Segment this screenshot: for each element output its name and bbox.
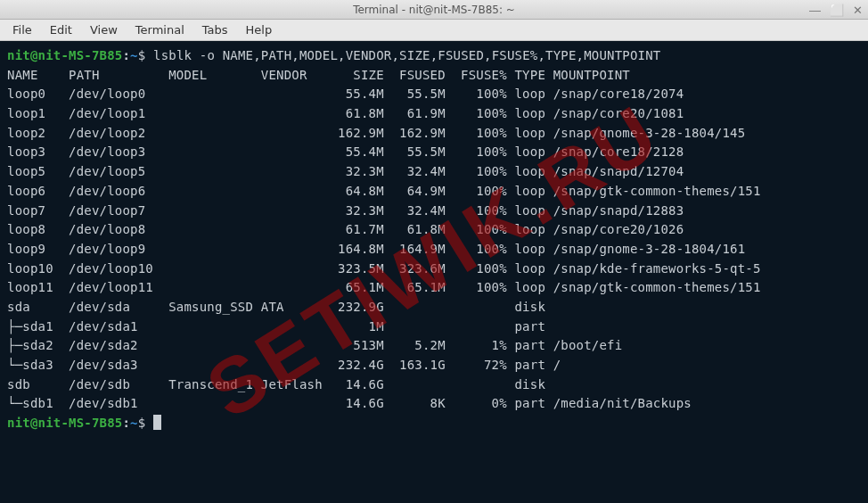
table-row: loop2 /dev/loop2 162.9M 162.9M 100% loop… bbox=[7, 124, 861, 144]
titlebar[interactable]: Terminal - nit@nit-MS-7B85: ~ — ⬜ ✕ bbox=[0, 0, 868, 20]
prompt-user-host: nit@nit-MS-7B85 bbox=[7, 416, 122, 430]
table-row: loop5 /dev/loop5 32.3M 32.4M 100% loop /… bbox=[7, 162, 861, 182]
table-row: ├─sda1 /dev/sda1 1M part bbox=[7, 317, 861, 337]
table-row: ├─sda2 /dev/sda2 513M 5.2M 1% part /boot… bbox=[7, 336, 861, 356]
menu-tabs[interactable]: Tabs bbox=[195, 21, 235, 38]
menu-edit[interactable]: Edit bbox=[43, 21, 79, 38]
prompt-line: nit@nit-MS-7B85:~$ bbox=[7, 414, 861, 433]
table-row: sdb /dev/sdb Transcend_1 JetFlash 14.6G … bbox=[7, 375, 861, 395]
cursor-icon bbox=[153, 415, 161, 430]
menu-file[interactable]: File bbox=[5, 21, 39, 38]
table-row: loop7 /dev/loop7 32.3M 32.4M 100% loop /… bbox=[7, 202, 861, 221]
prompt-path: ~ bbox=[130, 48, 138, 62]
table-row: loop9 /dev/loop9 164.8M 164.9M 100% loop… bbox=[7, 240, 861, 260]
table-row: sda /dev/sda Samsung_SSD ATA 232.9G disk bbox=[7, 298, 861, 317]
prompt-line: nit@nit-MS-7B85:~$ lsblk -o NAME,PATH,MO… bbox=[7, 46, 861, 66]
minimize-icon[interactable]: — bbox=[809, 4, 821, 16]
table-row: loop10 /dev/loop10 323.5M 323.6M 100% lo… bbox=[7, 260, 861, 279]
table-row: └─sda3 /dev/sda3 232.4G 163.1G 72% part … bbox=[7, 356, 861, 375]
window-controls: — ⬜ ✕ bbox=[809, 0, 863, 20]
maximize-icon[interactable]: ⬜ bbox=[830, 4, 844, 16]
prompt-sep: : bbox=[122, 48, 130, 62]
table-header: NAME PATH MODEL VENDOR SIZE FSUSED FSUSE… bbox=[7, 66, 861, 86]
close-icon[interactable]: ✕ bbox=[853, 4, 863, 16]
table-row: loop3 /dev/loop3 55.4M 55.5M 100% loop /… bbox=[7, 143, 861, 162]
terminal-area[interactable]: nit@nit-MS-7B85:~$ lsblk -o NAME,PATH,MO… bbox=[0, 41, 868, 503]
prompt-user-host: nit@nit-MS-7B85 bbox=[7, 48, 122, 62]
prompt-dollar: $ bbox=[138, 416, 146, 430]
table-row: loop0 /dev/loop0 55.4M 55.5M 100% loop /… bbox=[7, 85, 861, 104]
prompt-dollar: $ bbox=[138, 48, 146, 62]
table-row: └─sdb1 /dev/sdb1 14.6G 8K 0% part /media… bbox=[7, 394, 861, 414]
command-text: lsblk -o NAME,PATH,MODEL,VENDOR,SIZE,FSU… bbox=[153, 48, 661, 62]
menu-view[interactable]: View bbox=[83, 21, 125, 38]
terminal-window: Terminal - nit@nit-MS-7B85: ~ — ⬜ ✕ File… bbox=[0, 0, 868, 503]
menubar: File Edit View Terminal Tabs Help bbox=[0, 20, 868, 41]
menu-terminal[interactable]: Terminal bbox=[128, 21, 192, 38]
table-row: loop6 /dev/loop6 64.8M 64.9M 100% loop /… bbox=[7, 182, 861, 202]
window-title: Terminal - nit@nit-MS-7B85: ~ bbox=[353, 4, 515, 16]
prompt-sep: : bbox=[122, 416, 130, 430]
prompt-path: ~ bbox=[130, 416, 138, 430]
table-row: loop11 /dev/loop11 65.1M 65.1M 100% loop… bbox=[7, 278, 861, 298]
menu-help[interactable]: Help bbox=[239, 21, 280, 38]
table-row: loop1 /dev/loop1 61.8M 61.9M 100% loop /… bbox=[7, 104, 861, 124]
table-row: loop8 /dev/loop8 61.7M 61.8M 100% loop /… bbox=[7, 220, 861, 240]
